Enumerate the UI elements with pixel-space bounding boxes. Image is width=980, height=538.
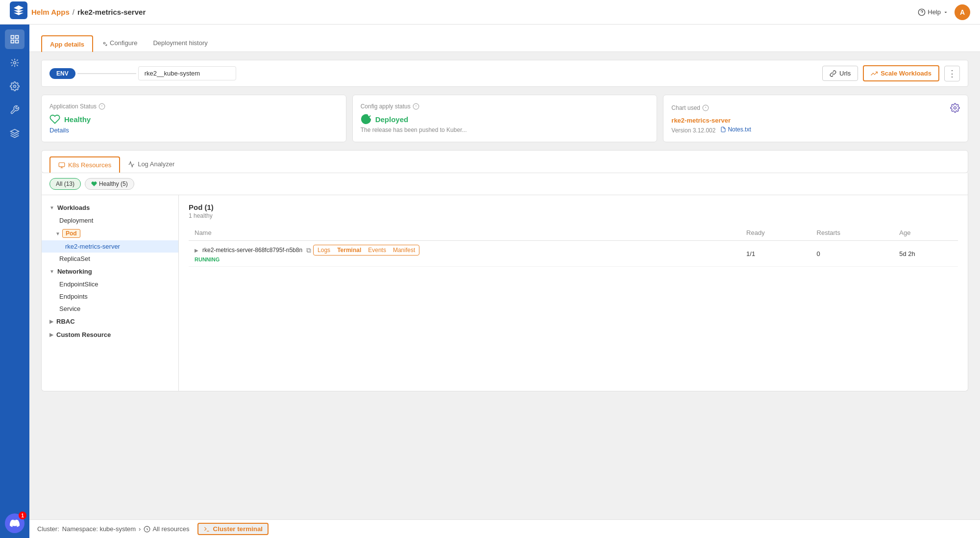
help-button[interactable]: Help	[918, 8, 949, 16]
pod-age-cell: 5d 2h	[893, 241, 958, 267]
resource-table: Name Ready Restarts Age	[189, 225, 958, 267]
col-name: Name	[189, 225, 740, 241]
pod-restarts-cell: 0	[811, 241, 894, 267]
pod-name-label: rke2-metrics-server-868fc8795f-n5b8n	[202, 247, 302, 254]
chart-card: Chart used rke2-metrics-server Version 3…	[663, 95, 968, 142]
config-status-title: Config apply status	[361, 103, 649, 110]
table-row: ▶ rke2-metrics-server-868fc8795f-n5b8n ⧉…	[189, 241, 958, 267]
app-status-value: Healthy	[49, 114, 338, 125]
pod-box-label: Pod	[62, 229, 80, 238]
pod-status-label: RUNNING	[195, 256, 220, 262]
detail-section-title: Pod (1)	[189, 203, 958, 211]
tree-workloads-header[interactable]: Workloads	[42, 201, 178, 214]
env-input[interactable]	[138, 66, 236, 80]
breadcrumb: Helm Apps / rke2-metrics-server	[31, 8, 146, 16]
app-status-details-link[interactable]: Details	[49, 127, 69, 134]
tree-item-service[interactable]: Service	[42, 303, 178, 315]
tree-section-workloads: Workloads Deployment Pod rke2-metrics-se…	[42, 201, 178, 265]
tree-item-pod-rke2[interactable]: rke2-metrics-server	[42, 240, 178, 253]
app-logo	[10, 1, 27, 19]
svg-rect-3	[16, 36, 19, 39]
tree-item-endpoint-slice[interactable]: EndpointSlice	[42, 278, 178, 290]
app-layout: 1 App details Configure Deployment histo…	[0, 25, 980, 538]
pod-name-cell: ▶ rke2-metrics-server-868fc8795f-n5b8n ⧉…	[189, 241, 740, 267]
env-tag[interactable]: ENV	[49, 68, 75, 79]
env-bar: ENV Urls Scale Workloads ⋮	[41, 60, 968, 87]
config-status-detail: The release has been pushed to Kuber...	[361, 127, 649, 133]
pod-ready-cell: 1/1	[740, 241, 810, 267]
breadcrumb-helm-apps[interactable]: Helm Apps	[31, 8, 70, 16]
col-ready: Ready	[740, 225, 810, 241]
tree-sidebar: Workloads Deployment Pod rke2-metrics-se…	[42, 195, 179, 391]
sidebar-discord-container: 1	[5, 513, 24, 533]
networking-chevron	[49, 269, 54, 274]
filter-bar: All (13) Healthy (5)	[41, 173, 968, 195]
svg-rect-5	[16, 40, 19, 43]
tree-section-networking: Networking EndpointSlice Endpoints Servi…	[42, 265, 178, 315]
top-bar-right: Help A	[918, 4, 970, 20]
sidebar-item-config[interactable]	[5, 100, 24, 120]
workloads-chevron	[49, 205, 54, 210]
chart-name: rke2-metrics-server	[671, 117, 960, 124]
tree-custom-resource-header[interactable]: Custom Resource	[42, 328, 178, 341]
user-avatar[interactable]: A	[955, 4, 970, 20]
filter-healthy[interactable]: Healthy (5)	[85, 178, 134, 190]
resource-tabs: K8s Resources Log Analyzer	[41, 150, 968, 173]
tree-rbac-header[interactable]: RBAC	[42, 315, 178, 328]
col-age: Age	[893, 225, 958, 241]
row-expand-icon[interactable]: ▶	[195, 248, 198, 253]
all-resources-link[interactable]: All resources	[144, 525, 189, 533]
tree-section-rbac: RBAC	[42, 315, 178, 328]
events-button[interactable]: Events	[366, 246, 388, 254]
more-options-button[interactable]: ⋮	[944, 66, 960, 81]
terminal-button[interactable]: Terminal	[335, 246, 363, 254]
svg-point-7	[14, 85, 16, 88]
manifest-button[interactable]: Manifest	[391, 246, 417, 254]
tab-k8s-resources[interactable]: K8s Resources	[49, 156, 120, 173]
sidebar-item-home[interactable]	[5, 29, 24, 49]
chart-version: Version 3.12.002 Notes.txt	[671, 126, 960, 134]
tab-deployment-history[interactable]: Deployment history	[145, 35, 215, 51]
svg-rect-2	[11, 36, 14, 39]
notes-link[interactable]: Notes.txt	[720, 126, 751, 133]
copy-icon[interactable]: ⧉	[306, 246, 311, 255]
sidebar-item-settings[interactable]	[5, 77, 24, 96]
tab-configure[interactable]: Configure	[93, 35, 145, 51]
svg-point-8	[103, 42, 105, 44]
config-status-value: Deployed	[361, 114, 649, 125]
svg-rect-19	[59, 162, 65, 166]
breadcrumb-separator: /	[73, 8, 74, 16]
tree-section-custom-resource: Custom Resource	[42, 328, 178, 341]
scale-workloads-button[interactable]: Scale Workloads	[863, 65, 939, 81]
tree-pod-header[interactable]: Pod	[42, 227, 178, 240]
app-status-title: Application Status	[49, 103, 338, 110]
tree-item-endpoints[interactable]: Endpoints	[42, 290, 178, 303]
bottom-cluster-info: Cluster: Namespace: kube-system › All re…	[37, 525, 190, 533]
logs-button[interactable]: Logs	[316, 246, 332, 254]
sidebar-item-stacks[interactable]	[5, 124, 24, 143]
discord-badge: 1	[19, 512, 26, 519]
svg-point-6	[14, 62, 16, 64]
app-status-card: Application Status Healthy Details	[41, 95, 346, 142]
tab-log-analyzer[interactable]: Log Analyzer	[120, 156, 182, 173]
tree-item-deployment[interactable]: Deployment	[42, 214, 178, 227]
tree-item-replicaset[interactable]: ReplicaSet	[42, 253, 178, 265]
env-line	[77, 73, 136, 74]
breadcrumb-current-page: rke2-metrics-server	[77, 8, 146, 16]
sidebar-item-cluster[interactable]	[5, 53, 24, 73]
page-header: App details Configure Deployment history	[29, 25, 980, 52]
sidebar: 1	[0, 25, 29, 538]
urls-button[interactable]: Urls	[822, 66, 858, 81]
config-status-card: Config apply status Deployed The release…	[352, 95, 658, 142]
status-cards: Application Status Healthy Details Confi…	[41, 95, 968, 142]
pod-chevron	[55, 231, 60, 236]
tab-app-details[interactable]: App details	[41, 35, 93, 52]
sidebar-item-discord[interactable]: 1	[5, 513, 24, 533]
detail-section-sub: 1 healthy	[189, 212, 958, 219]
main-content: App details Configure Deployment history…	[29, 25, 980, 538]
chart-title: Chart used	[671, 103, 960, 113]
tree-networking-header[interactable]: Networking	[42, 265, 178, 278]
filter-all[interactable]: All (13)	[49, 178, 81, 190]
help-label: Help	[928, 8, 941, 16]
cluster-terminal-button[interactable]: Cluster terminal	[197, 523, 269, 535]
